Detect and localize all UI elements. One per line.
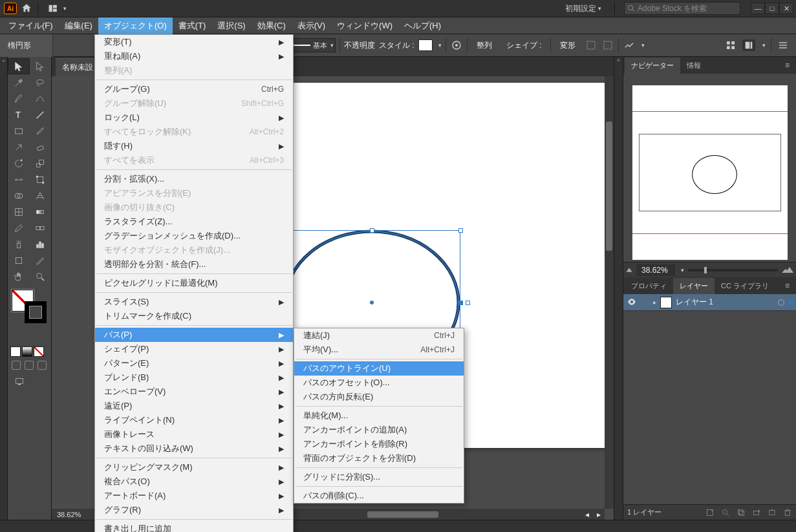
menu-item[interactable]: ラスタライズ(Z)... <box>95 215 293 229</box>
menu-item[interactable]: パターン(E)▶ <box>95 356 293 370</box>
panel-menu-icon[interactable]: ≡ <box>780 279 795 293</box>
menu-help[interactable]: ヘルプ(H) <box>398 17 447 34</box>
artboard-tool[interactable] <box>8 252 30 268</box>
delete-layer-icon[interactable] <box>783 508 792 517</box>
chevron-down-icon[interactable]: ▾ <box>438 42 442 48</box>
blend-tool[interactable] <box>30 220 52 236</box>
none-mode-icon[interactable] <box>34 346 44 357</box>
target-icon[interactable] <box>778 299 784 306</box>
tab-navigator[interactable]: ナビゲーター <box>625 58 680 74</box>
close-button[interactable]: ✕ <box>779 3 793 14</box>
handle-n[interactable] <box>370 228 374 233</box>
type-tool[interactable]: T <box>8 107 30 123</box>
scale-tool[interactable] <box>30 155 52 171</box>
menu-item[interactable]: 重ね順(A)▶ <box>95 49 293 63</box>
pen-tool[interactable] <box>8 90 30 107</box>
zoom-out-icon[interactable] <box>627 268 632 271</box>
right-dock-strip[interactable]: « <box>614 57 623 520</box>
layer-row[interactable]: ▸ レイヤー 1 <box>623 294 796 311</box>
stroke-swatch[interactable] <box>25 301 47 323</box>
menu-item[interactable]: 書き出し用に追加 <box>95 522 293 532</box>
menu-item[interactable]: グラデーションメッシュを作成(D)... <box>95 229 293 243</box>
panel-toggle-icon[interactable] <box>742 39 755 51</box>
menu-file[interactable]: ファイル(F) <box>3 17 59 34</box>
line-tool[interactable] <box>30 107 52 123</box>
scroll-left-icon[interactable]: ◂ <box>581 510 593 519</box>
handle-ne[interactable] <box>458 228 463 233</box>
eraser-tool[interactable] <box>30 139 52 155</box>
fill-stroke-control[interactable] <box>8 288 51 319</box>
slice-tool[interactable] <box>30 252 52 268</box>
menu-item[interactable]: ライブペイント(N)▶ <box>95 413 293 427</box>
menu-item[interactable]: トリムマークを作成(C) <box>95 309 293 323</box>
navigator-preview[interactable] <box>632 85 788 260</box>
gradient-tool[interactable] <box>30 204 52 220</box>
shape-builder-tool[interactable] <box>8 187 30 204</box>
mesh-tool[interactable] <box>8 204 30 220</box>
menu-item[interactable]: 透明部分を分割・統合(F)... <box>95 257 293 271</box>
disclosure-triangle-icon[interactable]: ▸ <box>653 299 656 306</box>
chevron-down-icon[interactable]: ▾ <box>762 42 766 48</box>
tab-info[interactable]: 情報 <box>680 58 707 74</box>
edit-icon[interactable] <box>601 39 614 51</box>
zoom-tool[interactable] <box>30 268 52 284</box>
eyedropper-tool[interactable] <box>8 220 30 236</box>
menu-item[interactable]: 遠近(P)▶ <box>95 399 293 413</box>
menu-item[interactable]: 連結(J)Ctrl+J <box>294 328 464 343</box>
arrange-documents-button[interactable]: ▾ <box>43 3 70 14</box>
rotate-tool[interactable] <box>8 155 30 171</box>
grid-view-icon[interactable] <box>724 39 737 51</box>
isolate-icon[interactable] <box>585 39 597 51</box>
navigator-zoom-value[interactable]: 38.62% <box>636 264 675 276</box>
tab-cc-libraries[interactable]: CC ライブラリ <box>715 278 775 294</box>
handle-e-outer[interactable] <box>466 301 470 305</box>
menu-item[interactable]: パスのオフセット(O)... <box>294 376 464 390</box>
menu-effect[interactable]: 効果(C) <box>252 17 292 34</box>
symbol-sprayer-tool[interactable] <box>8 236 30 252</box>
zoom-slider[interactable] <box>688 269 778 271</box>
draw-behind-icon[interactable] <box>25 361 34 370</box>
menu-icon[interactable] <box>777 39 790 51</box>
search-input[interactable]: Adobe Stock を検索 <box>624 2 740 15</box>
column-graph-tool[interactable] <box>30 236 52 252</box>
selection-indicator[interactable] <box>788 300 793 305</box>
graphic-style-swatch[interactable] <box>418 39 433 51</box>
hand-tool[interactable] <box>8 268 30 284</box>
menu-item[interactable]: クリッピングマスク(M)▶ <box>95 460 293 474</box>
menu-item[interactable]: 複合パス(O)▶ <box>95 474 293 489</box>
make-clipping-mask-icon[interactable] <box>737 508 746 517</box>
menu-item[interactable]: グループ(G)Ctrl+G <box>95 82 293 96</box>
menu-item[interactable]: 変形(T)▶ <box>95 35 293 49</box>
menu-item[interactable]: シェイプ(P)▶ <box>95 342 293 356</box>
menu-item[interactable]: テキストの回り込み(W)▶ <box>95 442 293 456</box>
opacity-label[interactable]: 不透明度 <box>344 40 375 51</box>
width-tool[interactable] <box>8 171 30 187</box>
color-mode-icon[interactable] <box>10 346 21 357</box>
menu-item[interactable]: グラフ(R)▶ <box>95 503 293 517</box>
selection-tool[interactable] <box>8 58 30 74</box>
locate-object-icon[interactable] <box>705 508 715 517</box>
layer-name[interactable]: レイヤー 1 <box>676 297 774 308</box>
align-button[interactable]: 整列 <box>471 39 497 52</box>
menu-item[interactable]: 画像トレース▶ <box>95 427 293 442</box>
vertical-scrollbar[interactable] <box>605 76 614 509</box>
tools-collapse-strip[interactable]: » <box>0 57 8 520</box>
menu-item[interactable]: ロック(L)▶ <box>95 111 293 125</box>
transform-button[interactable]: 変形 <box>555 39 581 52</box>
menu-item[interactable]: エンベロープ(V)▶ <box>95 385 293 399</box>
draw-normal-icon[interactable] <box>12 361 21 370</box>
menu-item[interactable]: グリッドに分割(S)... <box>294 470 464 484</box>
menu-item[interactable]: 平均(V)...Alt+Ctrl+J <box>294 343 464 357</box>
menu-item[interactable]: アンカーポイントの追加(A) <box>294 423 464 437</box>
menu-item[interactable]: パスの削除(C)... <box>294 489 464 503</box>
chevron-down-icon[interactable]: ▾ <box>681 267 684 273</box>
screen-mode-button[interactable] <box>8 372 51 388</box>
menu-item[interactable]: アートボード(A)▶ <box>95 489 293 503</box>
new-layer-icon[interactable] <box>768 508 777 517</box>
menu-item[interactable]: ブレンド(B)▶ <box>95 370 293 385</box>
panel-menu-icon[interactable]: ≡ <box>780 58 795 72</box>
menu-item[interactable]: 単純化(M)... <box>294 409 464 423</box>
workspace-selector[interactable]: 初期設定 ▾ <box>561 1 605 16</box>
minimize-button[interactable]: — <box>751 3 765 14</box>
locate-layer-icon[interactable] <box>721 508 730 517</box>
